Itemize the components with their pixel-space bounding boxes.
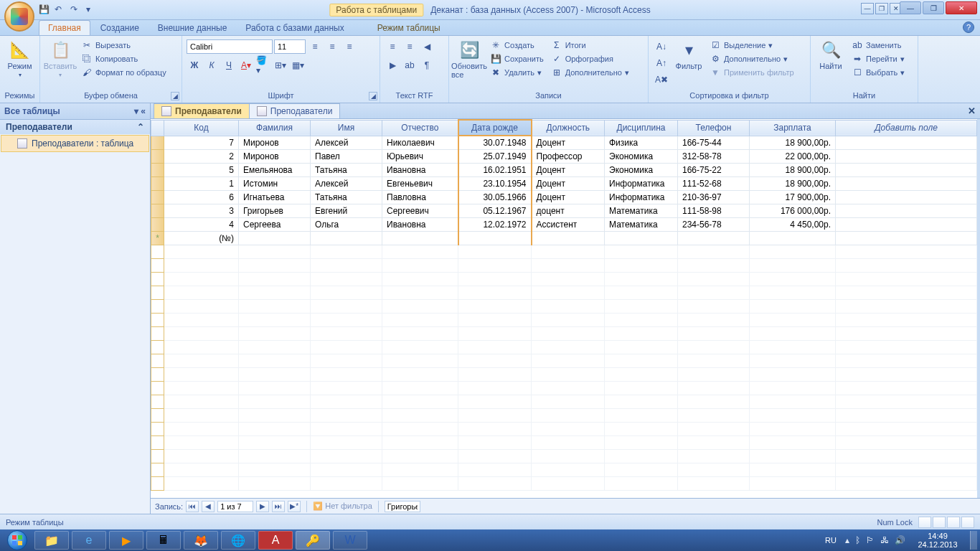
clock[interactable]: 14:49 24.12.2013 [911,532,964,549]
cell[interactable]: Ольга [311,218,382,232]
row-selector[interactable] [151,177,164,191]
save-record-button[interactable]: 💾Сохранить [488,52,546,65]
row-selector[interactable] [151,150,164,164]
cell[interactable]: Доцент [532,164,605,177]
doc-tab-2[interactable]: Преподаватели [249,103,341,118]
cell[interactable]: Доцент [532,191,605,204]
volume-icon[interactable]: 🔊 [895,535,905,545]
cell[interactable]: Профессор [532,150,605,164]
maximize-button[interactable]: ❐ [923,1,944,14]
cell[interactable]: 22 000,00р. [750,150,836,164]
col-header-phone[interactable]: Телефон [678,120,750,136]
replace-button[interactable]: abЗаменить [849,39,907,52]
cell[interactable]: 1 [164,177,239,191]
select-button[interactable]: ☐Выбрать ▾ [849,66,907,79]
cell[interactable]: Математика [605,218,678,232]
taskbar-ie[interactable]: e [72,531,106,550]
network-icon[interactable]: 🖧 [880,535,889,545]
bold-button[interactable]: Ж [187,57,202,73]
cell[interactable]: 111-52-68 [678,177,750,191]
clipboard-launcher[interactable]: ◢ [171,92,179,100]
search-input[interactable] [385,501,420,512]
cell[interactable]: Экономика [605,164,678,177]
view-design-icon[interactable] [961,517,974,528]
cell[interactable]: Евгеньевич [382,177,458,191]
language-indicator[interactable]: RU [822,536,839,545]
cell[interactable]: 18 900,00р. [750,177,836,191]
row-selector[interactable] [151,191,164,204]
chevron-down-icon[interactable]: ▾ « [134,106,146,116]
sort-desc-button[interactable]: A↑ [653,55,670,71]
underline-button[interactable]: Ч [221,57,237,73]
doc-close-button[interactable]: ✕ [968,105,976,116]
refresh-all-button[interactable]: 🔄 Обновить все [453,39,485,80]
record-position-input[interactable] [217,501,253,512]
taskbar-access[interactable]: 🔑 [296,531,330,550]
cell[interactable]: 166-75-22 [678,164,750,177]
col-header-surname[interactable]: Фамилия [239,120,311,136]
cell[interactable] [836,164,977,177]
cell[interactable]: 166-75-44 [678,136,750,150]
numbering-button[interactable]: ≡ [402,39,418,55]
cell[interactable]: Алексей [311,136,382,150]
cell[interactable]: 234-56-78 [678,218,750,232]
font-size-combo[interactable]: 11 [274,39,306,54]
cell[interactable]: Экономика [605,150,678,164]
bullets-button[interactable]: ≡ [385,39,400,55]
cell[interactable]: Ивановна [382,164,458,177]
show-desktop-button[interactable] [970,531,977,550]
cell[interactable]: Истомин [239,177,311,191]
totals-button[interactable]: ΣИтоги [549,39,631,52]
last-record-button[interactable]: ⏭ [272,501,285,512]
cell[interactable]: 30.07.1948 [458,136,532,150]
cell[interactable]: Павел [311,150,382,164]
col-header-code[interactable]: Код [164,120,239,136]
cell[interactable]: (№) [164,232,239,245]
row-selector[interactable] [151,204,164,218]
table-row[interactable]: 3ГригорьевЕвгенийСергеевич05.12.1967доце… [151,204,977,218]
cell[interactable]: Евгений [311,204,382,218]
col-header-discipline[interactable]: Дисциплина [605,120,678,136]
font-color-button[interactable]: A▾ [238,57,254,73]
cell[interactable] [836,136,977,150]
col-header-position[interactable]: Должность [532,120,605,136]
taskbar-firefox[interactable]: 🦊 [184,531,218,550]
advanced-filter-button[interactable]: ⚙Дополнительно ▾ [707,52,796,65]
cell[interactable]: Игнатьева [239,191,311,204]
copy-button[interactable]: ⿻Копировать [79,52,169,65]
taskbar-media[interactable]: ▶ [109,531,143,550]
cell[interactable]: Ивановна [382,218,458,232]
cell[interactable]: 176 000,00р. [750,204,836,218]
cell[interactable]: Миронов [239,136,311,150]
table-row[interactable]: 7МироновАлексейНиколаевич30.07.1948Доцен… [151,136,977,150]
col-header-salary[interactable]: Зарплата [750,120,836,136]
view-pivot-icon[interactable] [933,517,946,528]
cell[interactable]: Сергеева [239,218,311,232]
sort-asc-button[interactable]: A↓ [653,39,670,55]
tab-db-tools[interactable]: Работа с базами данных [237,21,352,35]
cell[interactable]: 16.02.1951 [458,164,532,177]
cell[interactable]: Информатика [605,191,678,204]
cell[interactable]: 4 450,00р. [750,218,836,232]
cell[interactable]: 111-58-98 [678,204,750,218]
table-row[interactable]: 4СергееваОльгаИвановна12.02.1972Ассистен… [151,218,977,232]
prev-record-button[interactable]: ◀ [202,501,215,512]
table-row[interactable]: 5ЕмельяноваТатьянаИвановна16.02.1951Доце… [151,164,977,177]
cell[interactable]: 5 [164,164,239,177]
tray-up-icon[interactable]: ▴ [845,535,849,545]
cell[interactable]: Сергеевич [382,204,458,218]
row-selector[interactable] [151,136,164,150]
cell[interactable] [836,177,977,191]
bluetooth-icon[interactable]: ᛒ [855,535,860,545]
cell[interactable] [836,218,977,232]
cell[interactable]: Ассистент [532,218,605,232]
navpane-item-table[interactable]: Преподаватели : таблица [1,135,149,152]
taskbar-adobe[interactable]: A [258,531,293,550]
alt-row-button[interactable]: ▦▾ [290,57,306,73]
table-row[interactable]: 1ИстоминАлексейЕвгеньевич23.10.1954Доцен… [151,177,977,191]
mdi-minimize-button[interactable]: — [861,3,874,14]
align-center-button[interactable]: ≡ [324,39,340,55]
toggle-filter-button[interactable]: ▼Применить фильтр [707,66,796,79]
minimize-button[interactable]: — [900,1,921,14]
datasheet[interactable]: Код Фамилия Имя Отчество Дата рожде Долж… [151,119,977,498]
